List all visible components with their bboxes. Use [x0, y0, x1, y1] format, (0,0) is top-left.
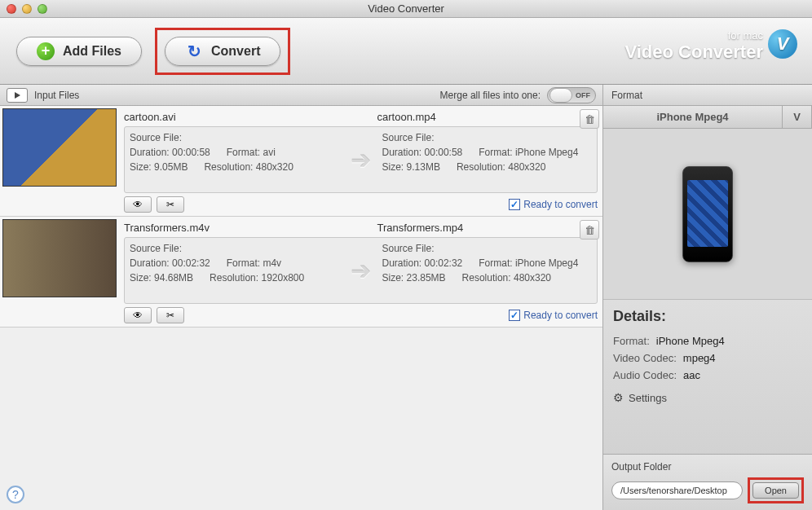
convert-label: Convert [211, 44, 260, 59]
file-details-box: Source File: Duration: 00:00:58Format: a… [124, 126, 598, 193]
preview-button[interactable]: 👁 [124, 307, 152, 323]
window-title: Video Converter [0, 2, 812, 15]
format-tab-main[interactable]: iPhone Mpeg4 [603, 106, 783, 128]
preview-button[interactable]: 👁 [124, 196, 152, 213]
details-title: Details: [613, 308, 802, 325]
video-thumbnail[interactable] [2, 219, 117, 297]
convert-icon: ↻ [185, 42, 203, 60]
file-list: 🗑 cartoon.avi cartoon.mp4 Source File: D… [0, 106, 602, 510]
input-files-label: Input Files [34, 90, 79, 101]
gear-icon: ⚙ [613, 391, 624, 404]
input-filename: Transformers.m4v [124, 220, 345, 237]
brand-badge-icon: V [768, 29, 797, 59]
delete-button[interactable]: 🗑 [580, 220, 599, 240]
merge-toggle[interactable]: OFF [547, 87, 596, 103]
convert-highlight: ↻ Convert [155, 28, 290, 75]
open-highlight: Open [748, 477, 804, 503]
merge-label: Merge all files into one: [440, 90, 541, 101]
brand-subtitle: for mac [624, 29, 763, 42]
output-filename: cartoon.mp4 [377, 109, 598, 126]
file-details-box: Source File: Duration: 00:02:32Format: m… [124, 237, 598, 304]
source-file-label: Source File: [130, 132, 340, 143]
add-files-label: Add Files [63, 44, 121, 59]
video-thumbnail[interactable] [2, 108, 117, 187]
input-subheader: Input Files Merge all files into one: OF… [0, 85, 602, 106]
format-details: Details: Format:iPhone Mpeg4 Video Codec… [603, 300, 812, 454]
file-row: 🗑 cartoon.avi cartoon.mp4 Source File: D… [0, 106, 602, 217]
convert-button[interactable]: ↻ Convert [165, 37, 280, 66]
input-panel: Input Files Merge all files into one: OF… [0, 85, 603, 510]
format-header: Format [603, 85, 812, 106]
input-filename: cartoon.avi [124, 109, 345, 126]
check-icon: ✓ [509, 310, 520, 321]
iphone-icon [682, 166, 733, 262]
plus-icon: + [37, 42, 55, 60]
add-files-button[interactable]: + Add Files [16, 37, 142, 66]
output-filename: Transformers.mp4 [377, 220, 598, 237]
detail-format: iPhone Mpeg4 [656, 335, 725, 347]
arrow-right-icon: ➔ [345, 257, 377, 285]
trim-button[interactable]: ✂ [157, 307, 184, 323]
settings-link[interactable]: ⚙ Settings [613, 391, 802, 404]
output-folder-label: Output Folder [611, 461, 804, 473]
brand-title: Video Converter [624, 42, 763, 63]
delete-button[interactable]: 🗑 [580, 109, 599, 129]
main-toolbar: + Add Files ↻ Convert for mac Video Conv… [0, 18, 812, 85]
format-tab-side[interactable]: V [783, 106, 812, 128]
detail-video-codec: mpeg4 [683, 352, 716, 364]
play-icon[interactable] [7, 88, 28, 103]
open-folder-button[interactable]: Open [752, 482, 799, 499]
arrow-right-icon: ➔ [345, 146, 377, 174]
format-panel: Format iPhone Mpeg4 V Details: Format:iP… [603, 85, 812, 510]
ready-status[interactable]: ✓ Ready to convert [509, 310, 598, 321]
output-folder-section: Output Folder /Users/tenorshare/Desktop … [603, 454, 812, 510]
trim-button[interactable]: ✂ [157, 196, 184, 213]
ready-status[interactable]: ✓ Ready to convert [509, 199, 598, 210]
help-button[interactable]: ? [7, 486, 24, 503]
detail-audio-codec: aac [683, 369, 700, 381]
check-icon: ✓ [509, 199, 520, 210]
brand: for mac Video Converter V [624, 29, 796, 63]
titlebar: Video Converter [0, 0, 812, 18]
device-preview [603, 129, 812, 300]
output-path-field[interactable]: /Users/tenorshare/Desktop [611, 481, 743, 499]
file-row: 🗑 Transformers.m4v Transformers.mp4 Sour… [0, 217, 602, 328]
